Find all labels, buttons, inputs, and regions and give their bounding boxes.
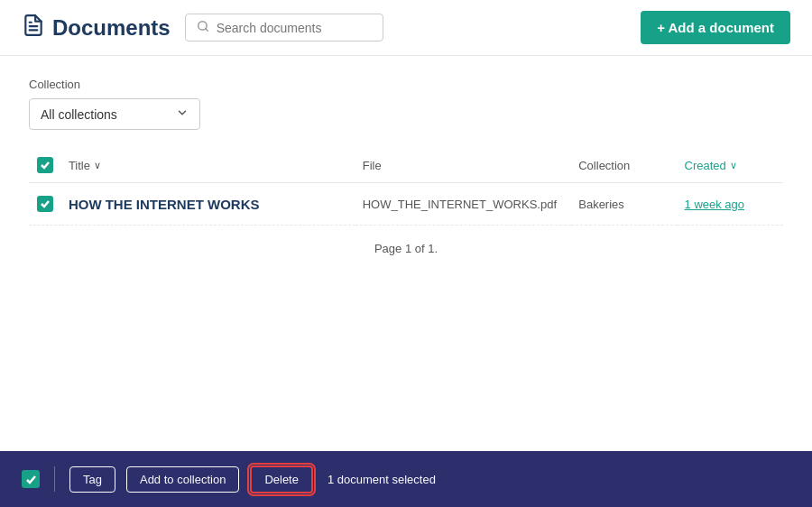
collection-select[interactable]: All collections bbox=[29, 98, 200, 130]
logo: Documents bbox=[22, 14, 171, 42]
pagination: Page 1 of 1. bbox=[29, 226, 783, 272]
main-content: Collection All collections T bbox=[0, 56, 812, 272]
add-document-button[interactable]: + Add a document bbox=[641, 11, 790, 44]
bottom-select-checkbox[interactable] bbox=[22, 470, 40, 488]
header: Documents + Add a document bbox=[0, 0, 812, 56]
pagination-text: Page 1 of 1. bbox=[374, 242, 438, 255]
collection-filter-label: Collection bbox=[29, 78, 783, 91]
search-input[interactable] bbox=[217, 21, 372, 35]
th-title-label: Title bbox=[69, 159, 90, 172]
row-file: HOW_THE_INTERNET_WORKS.pdf bbox=[363, 198, 557, 211]
row-checkbox-cell[interactable] bbox=[29, 183, 61, 226]
th-checkbox[interactable] bbox=[29, 148, 61, 183]
svg-line-3 bbox=[205, 29, 208, 32]
bottom-divider-1 bbox=[54, 466, 55, 492]
row-title-cell[interactable]: HOW THE INTERNET WORKS bbox=[61, 183, 355, 226]
th-title[interactable]: Title ∨ bbox=[61, 148, 355, 183]
th-file: File bbox=[355, 148, 572, 183]
th-created[interactable]: Created ∨ bbox=[678, 148, 783, 183]
created-sort-icon: ∨ bbox=[730, 160, 737, 171]
th-file-label: File bbox=[363, 159, 382, 172]
delete-button[interactable]: Delete bbox=[250, 466, 313, 493]
documents-icon bbox=[22, 14, 45, 42]
collection-select-value: All collections bbox=[41, 107, 117, 122]
tag-button[interactable]: Tag bbox=[69, 466, 115, 493]
row-created: 1 week ago bbox=[685, 198, 745, 211]
table-row: HOW THE INTERNET WORKS HOW_THE_INTERNET_… bbox=[29, 183, 783, 226]
add-to-collection-button[interactable]: Add to collection bbox=[126, 466, 239, 493]
row-file-cell: HOW_THE_INTERNET_WORKS.pdf bbox=[355, 183, 572, 226]
th-created-label: Created bbox=[685, 159, 726, 172]
documents-table: Title ∨ File Collection Created ∨ bbox=[29, 148, 783, 226]
row-title: HOW THE INTERNET WORKS bbox=[69, 197, 260, 212]
selected-count-text: 1 document selected bbox=[328, 473, 436, 486]
row-created-cell[interactable]: 1 week ago bbox=[678, 183, 783, 226]
chevron-down-icon bbox=[176, 106, 189, 122]
th-collection-label: Collection bbox=[578, 159, 630, 172]
th-collection: Collection bbox=[571, 148, 677, 183]
select-all-checkbox[interactable] bbox=[37, 157, 53, 173]
page-title: Documents bbox=[52, 15, 171, 41]
row-collection-cell: Bakeries bbox=[571, 183, 677, 226]
row-checkbox[interactable] bbox=[37, 196, 53, 212]
search-icon bbox=[197, 20, 209, 35]
title-sort-icon: ∨ bbox=[94, 160, 101, 171]
row-collection: Bakeries bbox=[578, 198, 624, 211]
bottom-action-bar: Tag Add to collection Delete 1 document … bbox=[0, 451, 812, 507]
search-container[interactable] bbox=[185, 14, 383, 41]
